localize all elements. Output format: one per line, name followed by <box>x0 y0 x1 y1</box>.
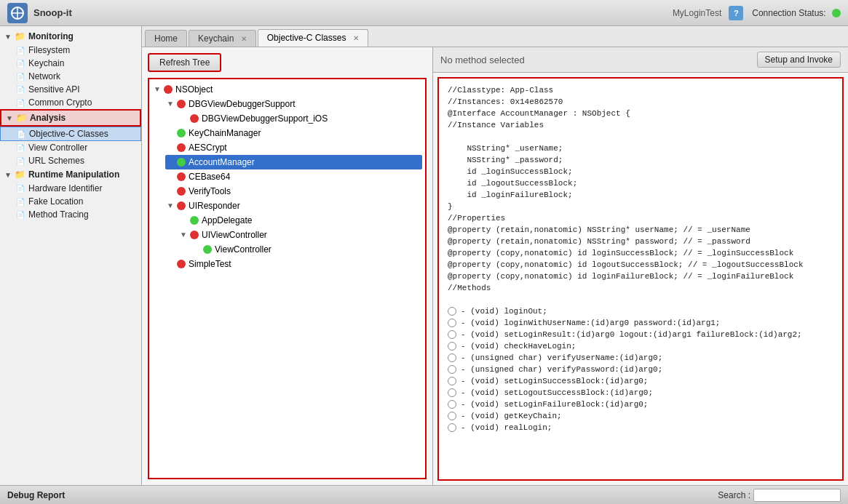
sidebar-item-keychain[interactable]: 📄 Keychain <box>0 57 141 70</box>
tree-node-aescrypt: AESCrypt <box>165 140 422 155</box>
tree-row-simpletest[interactable]: SimpleTest <box>165 257 422 271</box>
sidebar-item-objc-classes[interactable]: 📄 Objective-C Classes <box>0 127 141 141</box>
setup-invoke-button[interactable]: Setup and Invoke <box>757 52 841 68</box>
tree-row-verifytools[interactable]: VerifyTools <box>165 184 422 199</box>
method-radio-6[interactable] <box>448 365 456 374</box>
sidebar-item-sensitive-api[interactable]: 📄 Sensitive API <box>0 83 141 96</box>
fake-location-label: Fake Location <box>28 196 83 207</box>
code-username-var: NSString* _userName; <box>448 143 833 154</box>
code-method-8[interactable]: - (void) setLogoutSuccessBlock:(id)arg0; <box>448 387 833 399</box>
tree-row-accountmgr[interactable]: AccountManager <box>165 155 422 169</box>
tree-node-viewcontroller: ViewController <box>191 242 422 257</box>
sidebar-item-filesystem[interactable]: 📄 Filesystem <box>0 44 141 57</box>
label-uiviewcontroller: UIViewController <box>202 228 267 241</box>
sidebar-item-hardware-identifier[interactable]: 📄 Hardware Identifier <box>0 182 141 195</box>
code-method-3[interactable]: - (void) setLoginResult:(id)arg0 logout:… <box>448 329 833 340</box>
tab-objc-classes-label: Objective-C Classes <box>267 33 346 43</box>
tree-row-aescrypt[interactable]: AESCrypt <box>165 140 422 155</box>
tab-keychain[interactable]: Keychain ✕ <box>189 30 256 47</box>
tab-home[interactable]: Home <box>145 30 187 47</box>
titlebar: Snoop-it MyLoginTest ? Connection Status… <box>0 0 848 26</box>
expand-dbgview[interactable]: ▼ <box>167 97 177 111</box>
analysis-group-icon: 📁 <box>16 113 27 123</box>
refresh-tree-button[interactable]: Refresh Tree <box>148 53 221 72</box>
method-radio-4[interactable] <box>448 342 456 351</box>
expand-aescrypt <box>167 141 177 154</box>
code-method-11[interactable]: - (void) realLogin; <box>448 422 833 433</box>
sidebar-group-monitoring: ▼ 📁 Monitoring 📄 Filesystem 📄 Keychain 📄… <box>0 29 141 109</box>
tree-row-viewcontroller[interactable]: ViewController <box>191 242 422 257</box>
monitoring-items: 📄 Filesystem 📄 Keychain 📄 Network 📄 Sens… <box>0 44 141 109</box>
runtime-label: Runtime Manipulation <box>28 169 119 180</box>
code-method-7[interactable]: - (void) setLoginSuccessBlock:(id)arg0; <box>448 375 833 387</box>
sidebar-group-monitoring-header[interactable]: ▼ 📁 Monitoring <box>0 29 141 44</box>
code-method-6[interactable]: - (unsigned char) verifyPassword:(id)arg… <box>448 364 833 375</box>
method-radio-10[interactable] <box>448 412 456 420</box>
label-uiresponder: UIResponder <box>189 199 240 212</box>
tree-row-keychainmgr[interactable]: KeyChainManager <box>165 126 422 140</box>
search-input[interactable] <box>753 489 841 502</box>
method-radio-3[interactable] <box>448 330 456 339</box>
debug-report-label: Debug Report <box>7 490 65 500</box>
user-info: MyLoginTest <box>673 8 721 18</box>
method-label-3: - (void) setLoginResult:(id)arg0 logout:… <box>461 329 802 340</box>
label-accountmgr: AccountManager <box>189 156 255 169</box>
help-button[interactable]: ? <box>729 6 743 20</box>
app-logo <box>7 3 28 23</box>
tree-row-uiviewcontroller[interactable]: ▼ UIViewController <box>178 228 422 242</box>
runtime-arrow: ▼ <box>4 171 12 179</box>
tree-row-uiresponder[interactable]: ▼ UIResponder <box>165 199 422 213</box>
method-label-11: - (void) realLogin; <box>461 422 552 433</box>
sidebar-group-analysis-header[interactable]: ▼ 📁 Analysis <box>0 109 141 127</box>
label-viewcontroller: ViewController <box>215 243 272 256</box>
expand-verifytools <box>167 185 177 198</box>
method-radio-2[interactable] <box>448 319 456 327</box>
method-title: No method selected <box>440 55 525 65</box>
monitoring-arrow: ▼ <box>4 33 12 41</box>
tree-row-cebase64[interactable]: CEBase64 <box>165 169 422 184</box>
monitoring-group-icon: 📁 <box>15 31 25 41</box>
expand-keychainmgr <box>167 127 177 140</box>
code-method-4[interactable]: - (void) checkHaveLogin; <box>448 340 833 352</box>
tree-row-dbgview-ios[interactable]: DBGViewDebuggerSupport_iOS <box>178 111 422 126</box>
method-radio-1[interactable] <box>448 307 456 316</box>
sidebar-item-url-schemes[interactable]: 📄 URL Schemes <box>0 154 141 167</box>
content-area: Home Keychain ✕ Objective-C Classes ✕ Re… <box>142 26 848 485</box>
sidebar-group-runtime-header[interactable]: ▼ 📁 Runtime Manipulation <box>0 167 141 182</box>
expand-uiresponder[interactable]: ▼ <box>167 199 177 212</box>
hardware-identifier-label: Hardware Identifier <box>28 183 102 193</box>
code-password-var: NSString* _password; <box>448 154 833 166</box>
code-method-1[interactable]: - (void) loginOut; <box>448 305 833 317</box>
sidebar-item-fake-location[interactable]: 📄 Fake Location <box>0 195 141 208</box>
tree-row-appdelegate[interactable]: AppDelegate <box>178 213 422 228</box>
method-radio-9[interactable] <box>448 400 456 409</box>
tab-objc-classes[interactable]: Objective-C Classes ✕ <box>258 29 368 47</box>
sensitive-api-label: Sensitive API <box>28 84 80 95</box>
code-method-10[interactable]: - (void) getKeyChain; <box>448 410 833 422</box>
code-loginblock-var: id _loginSuccessBlock; <box>448 166 833 177</box>
dot-appdelegate <box>190 216 199 225</box>
method-label-2: - (void) loginWithUserName:(id)arg0 pass… <box>461 317 720 329</box>
sidebar-item-method-tracing[interactable]: 📄 Method Tracing <box>0 208 141 221</box>
sidebar-item-common-crypto[interactable]: 📄 Common Crypto <box>0 96 141 109</box>
code-method-9[interactable]: - (void) setLoginFailureBlock:(id)arg0; <box>448 399 833 410</box>
sidebar-item-network[interactable]: 📄 Network <box>0 70 141 83</box>
class-tree[interactable]: ▼ NSObject ▼ DBGViewDebuggerSupport <box>148 78 427 479</box>
search-area: Search : <box>718 489 841 502</box>
method-radio-8[interactable] <box>448 388 456 397</box>
tree-row-dbgview[interactable]: ▼ DBGViewDebuggerSupport <box>165 97 422 111</box>
status-dot <box>832 9 841 17</box>
code-area[interactable]: //Classtype: App-Class //Instances: 0x14… <box>437 77 844 481</box>
method-radio-5[interactable] <box>448 353 456 362</box>
method-radio-7[interactable] <box>448 377 456 385</box>
method-radio-11[interactable] <box>448 423 456 432</box>
children-uiresponder: AppDelegate ▼ UIViewController <box>165 213 422 257</box>
code-method-5[interactable]: - (unsigned char) verifyUserName:(id)arg… <box>448 352 833 364</box>
expand-nsobject[interactable]: ▼ <box>154 83 164 96</box>
tree-row-nsobject[interactable]: ▼ NSObject <box>152 82 422 97</box>
sidebar-item-view-controller[interactable]: 📄 View Controller <box>0 141 141 154</box>
expand-uiviewcontroller[interactable]: ▼ <box>180 228 190 241</box>
tab-keychain-close[interactable]: ✕ <box>241 35 247 43</box>
tab-objc-classes-close[interactable]: ✕ <box>353 34 359 42</box>
code-method-2[interactable]: - (void) loginWithUserName:(id)arg0 pass… <box>448 317 833 329</box>
